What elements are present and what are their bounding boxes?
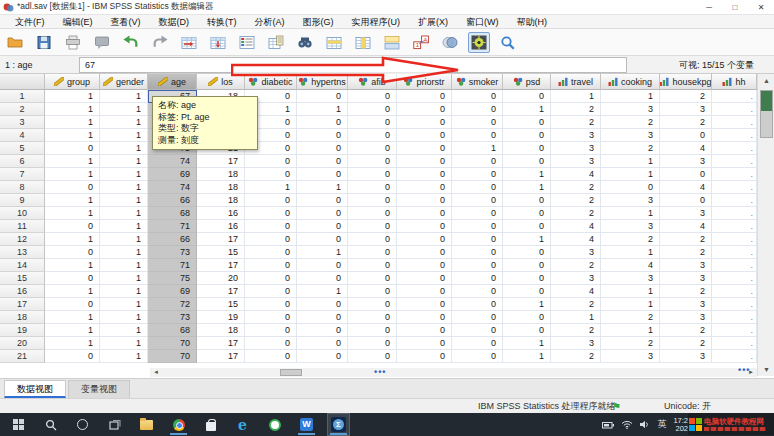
cell[interactable]: 0 xyxy=(397,181,452,194)
scroll-down-icon[interactable]: ▼ xyxy=(758,363,774,376)
row-number[interactable]: 7 xyxy=(0,168,45,181)
cell[interactable]: . xyxy=(712,233,757,246)
cell[interactable]: 3 xyxy=(660,259,712,272)
cell[interactable]: 3 xyxy=(551,272,601,285)
cell[interactable]: 2 xyxy=(551,298,601,311)
cell[interactable]: . xyxy=(712,311,757,324)
cell[interactable]: 2 xyxy=(551,207,601,220)
cell[interactable]: 1 xyxy=(551,311,601,324)
start-button[interactable] xyxy=(8,414,29,435)
close-button[interactable]: ✕ xyxy=(748,0,774,15)
cell[interactable]: 0 xyxy=(348,116,397,129)
cell[interactable]: 3 xyxy=(601,350,660,363)
cell[interactable]: 3 xyxy=(551,337,601,350)
cell[interactable]: 2 xyxy=(601,337,660,350)
find-in-table-button[interactable] xyxy=(265,32,287,53)
cell[interactable]: 0 xyxy=(452,285,503,298)
cell[interactable]: 0 xyxy=(452,168,503,181)
cell[interactable]: 2 xyxy=(551,103,601,116)
cell[interactable]: 1 xyxy=(45,311,100,324)
cell[interactable]: 0 xyxy=(452,181,503,194)
cell[interactable]: 1 xyxy=(45,103,100,116)
cell[interactable]: 4 xyxy=(551,168,601,181)
cell[interactable]: 0 xyxy=(397,142,452,155)
cell[interactable]: 1 xyxy=(100,324,148,337)
cell[interactable]: 1 xyxy=(100,168,148,181)
cell[interactable]: 16 xyxy=(197,220,245,233)
cell[interactable]: 0 xyxy=(452,155,503,168)
cell[interactable]: 0 xyxy=(397,129,452,142)
cell[interactable]: 0 xyxy=(245,246,297,259)
column-header-diabetic[interactable]: diabetic xyxy=(245,74,297,90)
cell[interactable]: 0 xyxy=(45,142,100,155)
cell[interactable]: 0 xyxy=(45,246,100,259)
cell[interactable]: 1 xyxy=(45,337,100,350)
cell[interactable]: 68 xyxy=(148,324,197,337)
value-labels-button[interactable]: 1A xyxy=(410,32,432,53)
chrome-button[interactable] xyxy=(168,414,189,435)
taskbar-search-button[interactable] xyxy=(40,414,61,435)
cell[interactable]: 0 xyxy=(348,337,397,350)
cell[interactable]: 0 xyxy=(503,311,551,324)
cell[interactable]: 1 xyxy=(297,181,348,194)
cell[interactable]: 0 xyxy=(297,337,348,350)
menu-item[interactable]: 数据(D) xyxy=(150,15,199,29)
cell[interactable]: 3 xyxy=(551,155,601,168)
row-number[interactable]: 3 xyxy=(0,116,45,129)
cell[interactable]: 1 xyxy=(503,350,551,363)
cell[interactable]: 0 xyxy=(297,350,348,363)
cell[interactable]: 69 xyxy=(148,168,197,181)
cell[interactable]: 18 xyxy=(197,181,245,194)
cell[interactable]: 0 xyxy=(397,220,452,233)
cell[interactable]: 0 xyxy=(397,103,452,116)
column-header-psd[interactable]: psd xyxy=(503,74,551,90)
insert-cases-button[interactable] xyxy=(323,32,345,53)
cell[interactable]: 0 xyxy=(348,324,397,337)
cell[interactable]: 1 xyxy=(601,324,660,337)
cell[interactable]: 15 xyxy=(197,298,245,311)
cell[interactable]: 0 xyxy=(397,155,452,168)
cell[interactable]: 1 xyxy=(100,116,148,129)
store-button[interactable] xyxy=(200,414,221,435)
cell[interactable]: 3 xyxy=(601,194,660,207)
cell[interactable]: 0 xyxy=(397,194,452,207)
open-data-button[interactable] xyxy=(4,32,26,53)
column-header-travel[interactable]: travel xyxy=(551,74,601,90)
cell[interactable]: 2 xyxy=(551,181,601,194)
vertical-scroll-thumb[interactable] xyxy=(760,90,773,138)
scroll-up-icon[interactable]: ▲ xyxy=(758,74,774,87)
cell[interactable]: 3 xyxy=(601,220,660,233)
cell[interactable]: . xyxy=(712,259,757,272)
cell[interactable]: 2 xyxy=(660,285,712,298)
cell[interactable]: 1 xyxy=(100,246,148,259)
cell[interactable]: 1 xyxy=(100,103,148,116)
menu-item[interactable]: 分析(A) xyxy=(246,15,294,29)
cell[interactable]: 0 xyxy=(452,90,503,103)
show-all-variables-button[interactable] xyxy=(468,32,490,53)
cell[interactable]: 1 xyxy=(100,298,148,311)
cell[interactable]: 1 xyxy=(100,259,148,272)
cell[interactable]: 0 xyxy=(348,207,397,220)
horizontal-scrollbar[interactable]: ◄ ► xyxy=(150,368,757,377)
cell[interactable]: 2 xyxy=(601,142,660,155)
cell[interactable]: 1 xyxy=(45,207,100,220)
vertical-scrollbar[interactable]: ▲ ▼ xyxy=(757,74,774,376)
split-file-button[interactable] xyxy=(381,32,403,53)
cell[interactable]: 0 xyxy=(297,311,348,324)
cell[interactable]: 4 xyxy=(660,181,712,194)
cell[interactable]: 1 xyxy=(601,298,660,311)
cell[interactable]: . xyxy=(712,337,757,350)
cell[interactable]: 0 xyxy=(503,142,551,155)
cell[interactable]: 0 xyxy=(452,194,503,207)
scroll-left-icon[interactable]: ◄ xyxy=(150,368,162,377)
cell[interactable]: 0 xyxy=(348,350,397,363)
cell[interactable]: 0 xyxy=(45,350,100,363)
cell[interactable]: 1 xyxy=(503,181,551,194)
cell[interactable]: 1 xyxy=(100,220,148,233)
cell[interactable]: 2 xyxy=(551,116,601,129)
cell[interactable]: 0 xyxy=(245,272,297,285)
cell[interactable]: 0 xyxy=(452,233,503,246)
cell[interactable]: 1 xyxy=(100,129,148,142)
cell[interactable]: 1 xyxy=(45,155,100,168)
cell[interactable]: 0 xyxy=(601,181,660,194)
